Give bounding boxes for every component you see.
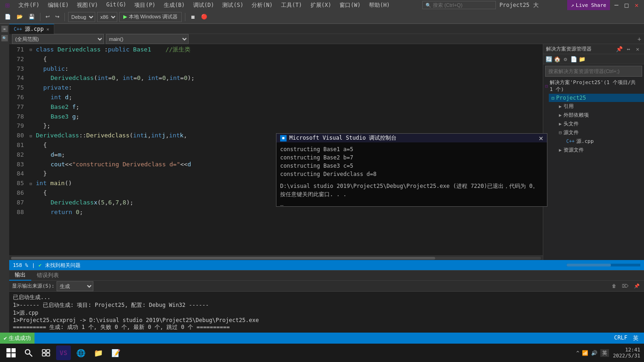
tree-resources[interactable]: ▶ 资源文件 [556, 146, 644, 154]
minimize-button[interactable]: ─ [613, 1, 620, 9]
console-icon: ■ [280, 135, 287, 141]
search-taskbar-btn[interactable] [21, 345, 36, 360]
encoding-indicator: 英 [633, 334, 638, 342]
tab-source-cpp[interactable]: C++ 源.cpp ✕ [9, 24, 54, 34]
fold-80[interactable]: ⊟ [29, 131, 32, 141]
fold-85[interactable]: ⊟ [29, 179, 32, 188]
breakpoint-btn[interactable]: 🔴 [199, 12, 209, 22]
volume-icon[interactable]: 🔊 [591, 350, 598, 356]
menu-bar[interactable]: 文件(F) 编辑(E) 视图(V) Git(G) 项目(P) 生成(B) 调试(… [15, 0, 394, 10]
svg-rect-9 [46, 353, 50, 356]
pin-output-btn[interactable]: 📌 [632, 281, 641, 291]
output-source-dropdown[interactable]: 生成 [57, 281, 93, 291]
network-icon: 📶 [582, 350, 588, 356]
console-line-3: constructing Base3 c=5 [280, 162, 543, 170]
project-subtree: ⊟ Project25 ▶ 引用 ▶ 外部依赖项 [543, 94, 644, 154]
menu-project[interactable]: 项目(P) [131, 0, 159, 10]
output-toolbar: 显示输出来源(S): 生成 🗑 ⌦ 📌 [9, 281, 644, 292]
menu-help[interactable]: 帮助(H) [365, 0, 394, 10]
live-share-button[interactable]: ↗ Live Share [567, 0, 610, 10]
tree-sources[interactable]: ⊟ 源文件 [556, 128, 644, 137]
hdr-icon: ▶ [559, 121, 562, 126]
zoom-btn[interactable]: 大 [533, 1, 539, 9]
save-btn[interactable]: 💾 [27, 12, 37, 22]
project-title: Project25 [500, 2, 529, 8]
new-folder-icon[interactable]: 📁 [578, 56, 586, 63]
pin-icon[interactable]: 📌 [615, 45, 623, 53]
tray-up-icon[interactable]: ^ [576, 350, 580, 356]
word-wrap-btn[interactable]: ⌦ [620, 281, 630, 291]
tab-output[interactable]: 输出 [9, 271, 31, 281]
clear-output-btn[interactable]: 🗑 [610, 281, 618, 291]
crlf-indicator: CRLF [614, 334, 627, 342]
restore-button[interactable]: □ [623, 1, 630, 9]
svg-rect-1 [12, 348, 16, 352]
h-scrollbar[interactable] [9, 255, 543, 260]
solution-root[interactable]: ⊟ 解决方案'Project25'(1 个项目/共 1 个) [543, 78, 644, 94]
console-spacer [280, 178, 543, 182]
activity-search[interactable]: 🔍 [1, 35, 8, 41]
home-icon[interactable]: 🏠 [553, 56, 561, 63]
play-icon: ▶ [123, 14, 127, 20]
tab-close-btn[interactable]: ✕ [46, 27, 49, 32]
global-search-input[interactable] [433, 2, 493, 8]
solution-explorer-header: 解决方案资源管理器 📌 ↔ ✕ [543, 44, 644, 54]
tree-headers[interactable]: ▶ 头文件 [556, 119, 644, 128]
add-tab-btn[interactable]: + [638, 35, 641, 43]
fold-71[interactable]: ⊟ [29, 45, 32, 55]
run-button[interactable]: ▶ 本地 Windows 调试器 [119, 12, 182, 22]
tree-references[interactable]: ▶ 引用 [556, 102, 644, 111]
debug-config-dropdown[interactable]: Debug [68, 12, 95, 22]
menu-window[interactable]: 窗口(W) [336, 0, 364, 10]
sync-icon[interactable]: 🔄 [545, 56, 552, 63]
project-root[interactable]: ⊟ Project25 [549, 94, 644, 102]
filter-icon[interactable]: ⚙ [562, 56, 569, 63]
toolbar: 📄 📂 💾 ↩ ↪ Debug x86 ▶ 本地 Windows 调试器 ⏹ 🔴 [0, 10, 644, 24]
menu-debug[interactable]: 调试(D) [190, 0, 218, 10]
title-bar-left: ⊞ 文件(F) 编辑(E) 视图(V) Git(G) 项目(P) 生成(B) 调… [4, 0, 394, 10]
vs-taskbar-icon[interactable]: VS [56, 345, 71, 360]
menu-extensions[interactable]: 扩展(X) [307, 0, 335, 10]
stop-btn[interactable]: ⏹ [189, 12, 197, 22]
build-log-line-1: 已启动生成... [13, 294, 640, 301]
new-file-icon[interactable]: 📄 [570, 56, 577, 63]
start-button[interactable] [4, 345, 18, 360]
solution-icon: ⊟ [545, 84, 548, 89]
bottom-status-bar: 158 % | ✔ 未找到相关问题 [9, 260, 644, 270]
scope-dropdown[interactable]: (全局范围) [12, 34, 104, 44]
menu-view[interactable]: 视图(V) [73, 0, 102, 10]
notepad-taskbar-icon[interactable]: 📝 [109, 345, 123, 360]
explorer-toolbar: 🔄 🏠 ⚙ 📄 📁 [543, 54, 644, 64]
tree-source-cpp[interactable]: C++ 源.cpp [564, 137, 644, 146]
expand-icon[interactable]: ↔ [625, 45, 632, 53]
explorer-taskbar-icon[interactable]: 📁 [91, 345, 106, 360]
title-bar-right: ↗ Live Share ─ □ ✕ [567, 0, 640, 10]
console-body: constructing Base1 a=5 constructing Base… [276, 142, 547, 209]
menu-test[interactable]: 测试(S) [218, 0, 247, 10]
menu-build[interactable]: 生成(B) [160, 0, 189, 10]
solution-search-input[interactable] [545, 66, 642, 77]
system-tray: ^ 📶 🔊 英 [576, 349, 610, 357]
svg-line-5 [29, 354, 32, 356]
svg-point-4 [25, 350, 30, 354]
undo-btn[interactable]: ↩ [44, 12, 52, 22]
taskview-btn[interactable] [39, 345, 53, 360]
close-panel-icon[interactable]: ✕ [634, 45, 641, 53]
menu-edit[interactable]: 编辑(E) [44, 0, 73, 10]
menu-git[interactable]: Git(G) [103, 0, 130, 10]
function-dropdown[interactable]: main() [106, 34, 189, 44]
console-close-btn[interactable]: ✕ [539, 134, 543, 142]
edge-taskbar-icon[interactable]: 🌐 [74, 345, 88, 360]
h-scroll-indicator[interactable] [567, 264, 640, 266]
new-file-btn[interactable]: 📄 [3, 12, 13, 22]
close-button[interactable]: ✕ [633, 1, 640, 9]
menu-tools[interactable]: 工具(T) [277, 0, 306, 10]
tree-external[interactable]: ▶ 外部依赖项 [556, 111, 644, 119]
redo-btn[interactable]: ↪ [53, 12, 61, 22]
menu-analyze[interactable]: 分析(N) [248, 0, 276, 10]
menu-file[interactable]: 文件(F) [15, 0, 43, 10]
platform-dropdown[interactable]: x86 [97, 12, 117, 22]
activity-icon[interactable]: ≡ [1, 26, 8, 32]
tab-errors[interactable]: 错误列表 [31, 271, 64, 281]
open-btn[interactable]: 📂 [15, 12, 25, 22]
